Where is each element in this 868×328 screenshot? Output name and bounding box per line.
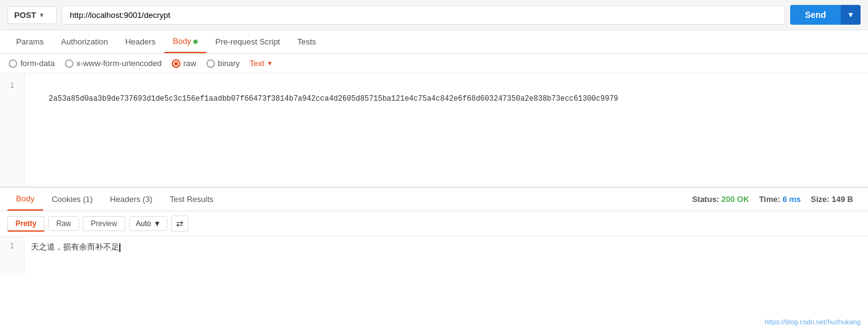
time-value: 6 ms xyxy=(783,195,801,204)
request-body-editor[interactable]: 1 2a53a85d0aa3b9de737693d1de5c3c156ef1aa… xyxy=(0,74,868,188)
tab-params[interactable]: Params xyxy=(7,31,53,53)
radio-raw xyxy=(172,59,180,68)
size-value: 149 B xyxy=(832,195,853,204)
wrap-button[interactable]: ⇄ xyxy=(171,216,188,232)
tab-body[interactable]: Body xyxy=(164,30,207,53)
view-preview-button[interactable]: Preview xyxy=(83,216,125,231)
format-select[interactable]: Auto ▼ xyxy=(129,216,168,231)
response-line-numbers: 1 xyxy=(0,237,25,274)
resp-line-num-1: 1 xyxy=(0,242,24,250)
response-output: 1 天之道，损有余而补不足 xyxy=(0,237,868,274)
radio-binary xyxy=(206,59,215,68)
tab-pre-request-script[interactable]: Pre-request Script xyxy=(206,31,289,53)
response-section: Body Cookies (1) Headers (3) Test Result… xyxy=(0,188,868,274)
resp-tab-cookies[interactable]: Cookies (1) xyxy=(43,188,101,210)
time-label: Time: 6 ms xyxy=(759,195,801,204)
line-num-1: 1 xyxy=(0,78,24,92)
option-binary[interactable]: binary xyxy=(206,59,240,68)
view-pretty-button[interactable]: Pretty xyxy=(7,216,44,232)
text-dropdown-arrow-icon: ▼ xyxy=(267,60,273,67)
method-select[interactable]: POST ▼ xyxy=(7,6,57,24)
option-form-data[interactable]: form-data xyxy=(9,59,55,68)
send-button[interactable]: Send xyxy=(790,5,841,25)
response-tabs-bar: Body Cookies (1) Headers (3) Test Result… xyxy=(0,188,868,211)
cursor xyxy=(119,243,120,252)
resp-tab-test-results[interactable]: Test Results xyxy=(161,188,222,210)
format-arrow-icon: ▼ xyxy=(153,219,161,228)
method-label: POST xyxy=(14,11,36,20)
url-input[interactable] xyxy=(62,6,785,25)
send-arrow-button[interactable]: ▼ xyxy=(841,5,861,25)
request-tabs: Params Authorization Headers Body Pre-re… xyxy=(0,30,868,54)
request-body-content[interactable]: 2a53a85d0aa3b9de737693d1de5c3c156ef1aadb… xyxy=(25,74,868,187)
body-options: form-data x-www-form-urlencoded raw bina… xyxy=(0,54,868,74)
resp-tab-body[interactable]: Body xyxy=(7,188,43,211)
tab-authorization[interactable]: Authorization xyxy=(53,31,117,53)
radio-form-data xyxy=(9,59,17,68)
tab-tests[interactable]: Tests xyxy=(289,31,324,53)
text-format-dropdown[interactable]: Text ▼ xyxy=(250,59,273,68)
method-chevron-icon: ▼ xyxy=(38,12,44,19)
tab-headers[interactable]: Headers xyxy=(117,31,164,53)
send-btn-group: Send ▼ xyxy=(790,5,861,25)
option-x-www-form-urlencoded[interactable]: x-www-form-urlencoded xyxy=(65,59,162,68)
status-label: Status: 200 OK xyxy=(692,195,749,204)
request-line-numbers: 1 xyxy=(0,74,25,187)
request-body-line1: 2a53a85d0aa3b9de737693d1de5c3c156ef1aadb… xyxy=(49,95,618,103)
radio-x-www xyxy=(65,59,74,68)
response-body-line1: 天之道，损有余而补不足 xyxy=(31,243,119,252)
resp-tab-headers[interactable]: Headers (3) xyxy=(101,188,161,210)
size-label: Size: 149 B xyxy=(811,195,853,204)
view-raw-button[interactable]: Raw xyxy=(48,216,79,231)
response-meta: Status: 200 OK Time: 6 ms Size: 149 B xyxy=(692,195,861,204)
body-active-dot xyxy=(193,40,198,44)
response-toolbar: Pretty Raw Preview Auto ▼ ⇄ xyxy=(0,211,868,237)
option-raw[interactable]: raw xyxy=(172,59,196,68)
status-value: 200 OK xyxy=(722,195,749,204)
response-body-content: 天之道，损有余而补不足 xyxy=(25,237,868,274)
top-bar: POST ▼ Send ▼ xyxy=(0,0,868,30)
